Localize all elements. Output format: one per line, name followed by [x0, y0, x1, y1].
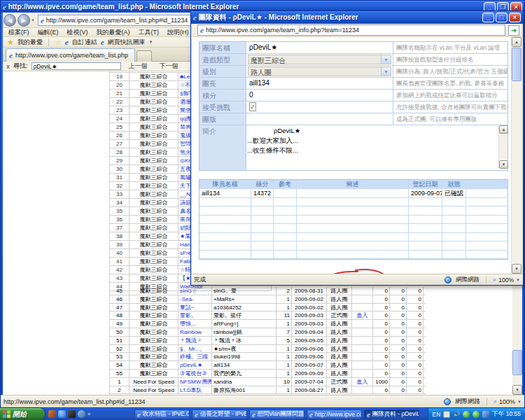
bg-zoom-control[interactable]: ⌕ 100% ▼	[493, 398, 522, 405]
close-button[interactable]: ×	[509, 13, 521, 22]
find-input[interactable]	[31, 62, 121, 70]
team-name-link[interactable]: LT.D車队	[178, 386, 212, 394]
tray-volume-icon[interactable]: 🔊	[453, 411, 460, 418]
tray-msn-icon-2[interactable]	[472, 411, 479, 418]
team-name-link[interactable]: -Sea-	[178, 295, 212, 303]
tray-disk-icon[interactable]	[482, 411, 489, 418]
team-name-input[interactable]: ρDeviL★	[246, 42, 393, 53]
scroll-thumb[interactable]	[512, 48, 522, 81]
zoom-dropdown-icon[interactable]: ▼	[517, 400, 522, 404]
popup-titlebar[interactable]: e 團隊資料 - ρDeviL★ - Microsoft Internet Ex…	[191, 11, 523, 24]
team-name-link[interactable]: 童話~	[178, 304, 212, 312]
team-name-link[interactable]: NFSMW.圈圈	[178, 378, 212, 386]
enter-link[interactable]	[352, 353, 373, 360]
zoom-dropdown-icon[interactable]: ▼	[516, 278, 520, 282]
member-cell	[251, 216, 274, 224]
quick-launch-icon-2[interactable]	[58, 410, 66, 418]
quick-launch: »	[45, 410, 94, 418]
enter-link[interactable]	[352, 386, 373, 394]
game-type: 魔獸三綜合	[130, 157, 178, 164]
enter-link[interactable]	[352, 370, 373, 377]
taskbar-button-3[interactable]: e想問vlan團隊問題..(	[249, 410, 304, 419]
team-name-link[interactable]: Rainbow	[178, 328, 212, 336]
find-next-button[interactable]: 下一個	[155, 62, 183, 71]
add-favorite-icon[interactable]: ☆	[55, 38, 62, 47]
minimize-button[interactable]: _	[482, 13, 494, 22]
menu-edit[interactable]: 編輯(E)	[38, 28, 59, 37]
favorites-label[interactable]: 我的最愛	[18, 38, 43, 47]
tray-msn-icon[interactable]	[463, 411, 470, 418]
find-close-icon[interactable]: x	[6, 63, 10, 70]
taskbar-button-1[interactable]: e吹水特區 - IPvE.CO...	[134, 410, 190, 419]
new-tab-stub[interactable]	[136, 50, 152, 62]
team-name-link[interactable]: 墮悢...	[178, 320, 212, 328]
maximize-button[interactable]: □	[496, 13, 507, 22]
enter-link[interactable]	[352, 337, 373, 344]
enter-link[interactable]	[352, 345, 373, 353]
enter-link[interactable]	[352, 361, 373, 369]
menu-tools[interactable]: 工具(T)	[139, 28, 160, 37]
popup-scrollbar[interactable]: ▲ ▼	[511, 37, 522, 274]
scroll-up-icon[interactable]: ▲	[512, 37, 522, 47]
taskbar-button-2[interactable]: e信長之野望 - IPvE.C...	[192, 410, 247, 419]
level-select[interactable]: 路人團 ▼	[248, 66, 391, 76]
menu-file[interactable]: 檔案(F)	[8, 28, 29, 37]
team-name-link[interactable]: 愛影。	[178, 312, 212, 319]
created-date: 2009-09-04	[292, 328, 327, 336]
favorites-star-icon[interactable]: ★	[7, 38, 14, 47]
team-name-link[interactable]: §、Mr...。	[178, 345, 212, 353]
member-cell	[251, 206, 274, 215]
team-rank: 40	[110, 249, 130, 257]
popup-zoom-control[interactable]: ⌕ 100% ▼	[493, 276, 520, 284]
team-name-link[interactable]: ρDeviL★	[178, 361, 212, 369]
scroll-down-icon[interactable]: ▼	[512, 264, 522, 274]
stat-2: 0	[390, 345, 407, 353]
team-name-link[interactable]: ＊飄流〃	[178, 337, 212, 344]
taskbar-button-5[interactable]: e團隊資料 - ρDeviL...	[364, 410, 419, 419]
scroll-down-icon[interactable]: ▼	[512, 385, 522, 395]
intro-textarea[interactable]: ρDeviL★ ...歡迎大家加入... ...收生條件不限... ▲ ▼	[246, 125, 507, 169]
textarea-scrollbar[interactable]: ▲ ▼	[498, 125, 507, 169]
menu-view[interactable]: 檢視(V)	[67, 28, 88, 37]
go-button[interactable]: ➜	[508, 25, 519, 36]
member-cell	[251, 251, 274, 259]
popup-address-field[interactable]: e http://www.ipve.com/game/team_info.php…	[197, 24, 505, 36]
back-button[interactable]: ◀	[4, 14, 16, 27]
member-row	[200, 216, 507, 225]
team-rank: 54	[110, 361, 130, 369]
member-row	[200, 233, 507, 242]
created-date: 2009-09-02	[292, 295, 327, 303]
team-name-link[interactable]: sInG☆	[178, 287, 212, 295]
quick-launch-overflow-icon[interactable]: »	[88, 411, 90, 417]
forward-button[interactable]: ▶	[18, 14, 30, 27]
team-name-link[interactable]: ③電視台③	[178, 370, 212, 377]
enter-link[interactable]	[352, 304, 373, 312]
enter-link[interactable]: 進入	[352, 378, 373, 386]
tab-team-list[interactable]: e http://www.ipve.com/game/team_list.php	[6, 48, 135, 62]
find-previous-button[interactable]: 上一個	[125, 62, 152, 71]
enter-link[interactable]: 進入	[352, 312, 373, 319]
help-team-name: 團隊名稱顯示在 vLan 平台及 vLan 論壇	[393, 42, 507, 53]
taskbar-button-4[interactable]: ehttp://www.ipve.com/g...	[307, 410, 362, 419]
quick-launch-icon-4[interactable]	[78, 410, 85, 418]
tray-language-indicator[interactable]: EN	[433, 411, 441, 418]
team-name-link[interactable]: 終極。三國	[178, 353, 212, 360]
created-date: 2009-09-03	[292, 320, 327, 328]
chevron-down-icon[interactable]: ▼	[149, 40, 153, 44]
enter-link[interactable]	[352, 328, 373, 336]
scroll-thumb[interactable]	[512, 350, 522, 375]
enter-link[interactable]	[352, 295, 373, 303]
accept-challenge-checkbox[interactable]: ✓	[249, 102, 256, 111]
start-button[interactable]: 開始	[0, 408, 45, 420]
tray-ime-icon[interactable]	[443, 411, 450, 418]
favorites-link-slices[interactable]: 網頁快訊圖庫	[108, 38, 146, 47]
enter-link[interactable]	[352, 320, 373, 328]
enter-link[interactable]	[352, 287, 373, 295]
game-type-select[interactable]: 魔獸三綜合 ▼	[248, 55, 391, 64]
favorites-link-custom[interactable]: 自訂連結	[72, 38, 97, 47]
menu-favorites[interactable]: 我的最愛(A)	[97, 28, 130, 37]
nav-dropdown-icon[interactable]: ▼	[31, 18, 35, 22]
quick-launch-icon-1[interactable]	[48, 410, 56, 418]
menu-help[interactable]: 說明(H)	[167, 28, 189, 37]
quick-launch-icon-3[interactable]	[68, 410, 76, 418]
